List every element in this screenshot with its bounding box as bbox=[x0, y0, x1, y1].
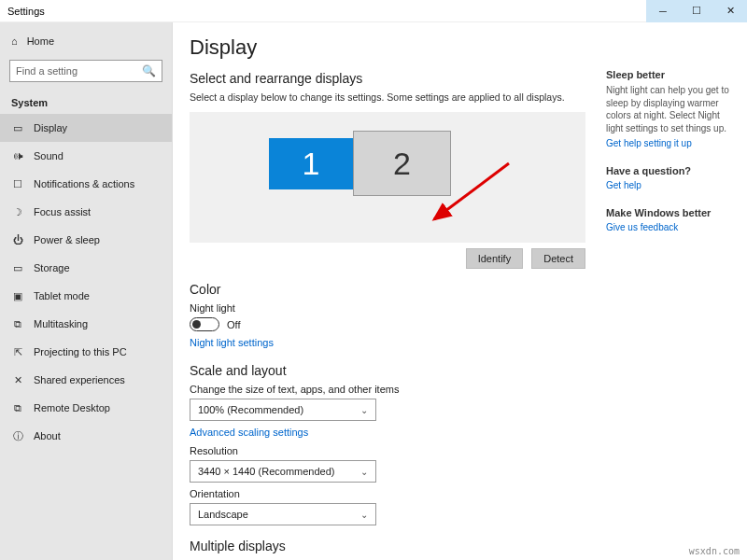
tablet-icon: ▣ bbox=[11, 290, 24, 302]
sidebar-item-label: Shared experiences bbox=[34, 374, 125, 385]
notifications-icon: ☐ bbox=[11, 178, 24, 190]
sidebar-item-label: Storage bbox=[34, 262, 70, 273]
display-1[interactable]: 1 bbox=[269, 138, 353, 189]
search-input[interactable]: Find a setting 🔍 bbox=[9, 60, 162, 82]
scale-label: Change the size of text, apps, and other… bbox=[190, 384, 585, 395]
sidebar-item-label: Power & sleep bbox=[34, 234, 100, 245]
display-icon: ▭ bbox=[11, 122, 24, 134]
night-light-settings-link[interactable]: Night light settings bbox=[190, 337, 274, 348]
search-placeholder: Find a setting bbox=[16, 65, 78, 77]
sound-icon: 🕪 bbox=[11, 150, 24, 161]
scale-value: 100% (Recommended) bbox=[198, 404, 303, 415]
sidebar-item-label: About bbox=[34, 430, 61, 441]
sidebar-item-label: Multitasking bbox=[34, 318, 88, 329]
right-pane: Sleep better Night light can help you ge… bbox=[602, 22, 747, 560]
watermark: wsxdn.com bbox=[689, 546, 740, 556]
sidebar-item-label: Display bbox=[34, 122, 67, 133]
home-link[interactable]: ⌂ Home bbox=[0, 28, 172, 54]
sidebar-item-about[interactable]: ⓘ About bbox=[0, 422, 172, 450]
orientation-dropdown[interactable]: Landscape ⌄ bbox=[190, 503, 376, 525]
feedback-heading: Make Windows better bbox=[606, 207, 734, 218]
sidebar-item-label: Projecting to this PC bbox=[34, 346, 127, 357]
scale-dropdown[interactable]: 100% (Recommended) ⌄ bbox=[190, 399, 376, 421]
home-label: Home bbox=[27, 35, 54, 47]
sidebar-item-label: Focus assist bbox=[34, 206, 91, 217]
resolution-value: 3440 × 1440 (Recommended) bbox=[198, 466, 334, 477]
content-area: Display Select and rearrange displays Se… bbox=[173, 22, 602, 560]
page-title: Display bbox=[190, 35, 585, 60]
arrange-desc: Select a display below to change its set… bbox=[190, 91, 585, 103]
sidebar-item-shared[interactable]: ✕ Shared experiences bbox=[0, 366, 172, 394]
feedback-link[interactable]: Give us feedback bbox=[606, 222, 734, 232]
chevron-down-icon: ⌄ bbox=[360, 405, 368, 415]
sidebar-item-display[interactable]: ▭ Display bbox=[0, 114, 172, 142]
storage-icon: ▭ bbox=[11, 262, 24, 274]
maximize-button[interactable]: ☐ bbox=[680, 0, 713, 22]
sidebar-item-tablet[interactable]: ▣ Tablet mode bbox=[0, 282, 172, 310]
night-light-state: Off bbox=[227, 319, 240, 330]
scale-heading: Scale and layout bbox=[190, 363, 585, 378]
chevron-down-icon: ⌄ bbox=[360, 510, 368, 520]
detect-button[interactable]: Detect bbox=[531, 248, 585, 269]
sidebar-item-focus-assist[interactable]: ☽ Focus assist bbox=[0, 198, 172, 226]
sidebar-item-multitasking[interactable]: ⧉ Multitasking bbox=[0, 310, 172, 338]
advanced-scaling-link[interactable]: Advanced scaling settings bbox=[190, 427, 308, 438]
sidebar-item-label: Notifications & actions bbox=[34, 178, 134, 189]
sidebar-item-label: Remote Desktop bbox=[34, 402, 110, 413]
multitask-icon: ⧉ bbox=[11, 318, 24, 330]
sidebar-item-projecting[interactable]: ⇱ Projecting to this PC bbox=[0, 338, 172, 366]
chevron-down-icon: ⌄ bbox=[360, 467, 368, 477]
sidebar-item-label: Sound bbox=[34, 150, 63, 161]
sleep-heading: Sleep better bbox=[606, 69, 734, 80]
sidebar-item-sound[interactable]: 🕪 Sound bbox=[0, 142, 172, 170]
display-2[interactable]: 2 bbox=[353, 131, 451, 196]
identify-button[interactable]: Identify bbox=[466, 248, 523, 269]
sidebar-item-label: Tablet mode bbox=[34, 290, 90, 301]
minimize-button[interactable]: ─ bbox=[646, 0, 680, 22]
display-arranger[interactable]: 1 2 bbox=[190, 112, 585, 243]
multi-heading: Multiple displays bbox=[190, 539, 585, 553]
resolution-dropdown[interactable]: 3440 × 1440 (Recommended) ⌄ bbox=[190, 460, 376, 483]
orientation-label: Orientation bbox=[190, 488, 585, 499]
get-help-link[interactable]: Get help bbox=[606, 180, 734, 190]
resolution-label: Resolution bbox=[190, 445, 585, 456]
titlebar: Settings ─ ☐ ✕ bbox=[0, 0, 747, 22]
question-heading: Have a question? bbox=[606, 165, 734, 176]
close-button[interactable]: ✕ bbox=[713, 0, 747, 22]
remote-icon: ⧉ bbox=[11, 402, 24, 414]
sidebar-item-storage[interactable]: ▭ Storage bbox=[0, 254, 172, 282]
sidebar-item-notifications[interactable]: ☐ Notifications & actions bbox=[0, 170, 172, 198]
orientation-value: Landscape bbox=[198, 509, 248, 520]
color-heading: Color bbox=[190, 282, 585, 297]
project-icon: ⇱ bbox=[11, 346, 24, 358]
section-heading: System bbox=[0, 88, 172, 114]
sidebar-item-power[interactable]: ⏻ Power & sleep bbox=[0, 226, 172, 254]
power-icon: ⏻ bbox=[11, 234, 24, 245]
about-icon: ⓘ bbox=[11, 429, 24, 443]
focus-icon: ☽ bbox=[11, 206, 24, 218]
sidebar-item-remote[interactable]: ⧉ Remote Desktop bbox=[0, 394, 172, 422]
search-icon: 🔍 bbox=[142, 64, 156, 77]
arrange-heading: Select and rearrange displays bbox=[190, 71, 585, 86]
home-icon: ⌂ bbox=[11, 35, 18, 47]
sleep-link[interactable]: Get help setting it up bbox=[606, 138, 734, 148]
night-light-toggle[interactable] bbox=[190, 317, 219, 331]
night-light-label: Night light bbox=[190, 302, 585, 314]
sidebar: ⌂ Home Find a setting 🔍 System ▭ Display… bbox=[0, 22, 173, 560]
sleep-text: Night light can help you get to sleep by… bbox=[606, 84, 734, 134]
window-title: Settings bbox=[0, 6, 45, 17]
shared-icon: ✕ bbox=[11, 374, 24, 386]
